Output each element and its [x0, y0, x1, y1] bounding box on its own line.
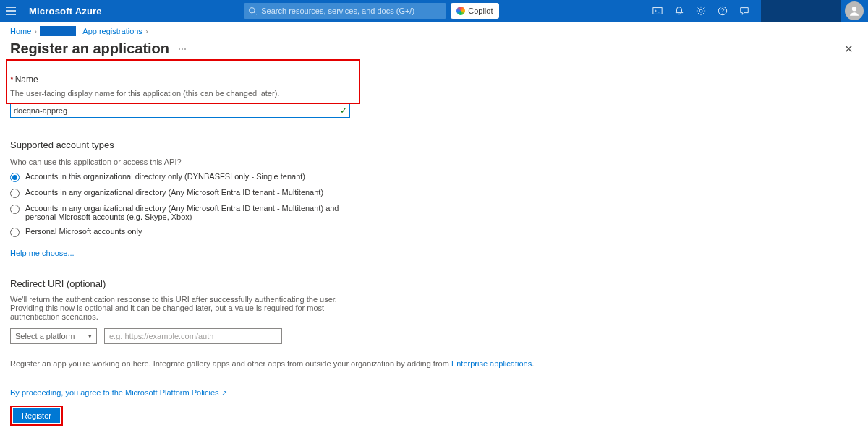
help-me-choose-link[interactable]: Help me choose...	[10, 249, 75, 257]
account-type-option-3[interactable]: Accounts in any organizational directory…	[10, 204, 858, 221]
policy-link[interactable]: By proceeding, you agree to the Microsof…	[10, 388, 858, 397]
account-types-subheading: Who can use this application or access t…	[10, 158, 858, 166]
radio-label: Personal Microsoft accounts only	[25, 227, 142, 236]
radio-icon[interactable]	[10, 189, 20, 198]
copilot-button[interactable]: Copilot	[451, 3, 498, 19]
account-type-option-2[interactable]: Accounts in any organizational directory…	[10, 188, 858, 198]
footer-text: Register an app you're working on here. …	[10, 359, 858, 368]
settings-icon[interactable]	[690, 0, 712, 22]
svg-point-5	[852, 7, 856, 11]
name-input-wrap: ✓	[10, 103, 350, 118]
search-icon	[248, 7, 257, 15]
account-types-heading: Supported account types	[10, 140, 858, 150]
copilot-label: Copilot	[468, 7, 493, 15]
name-input[interactable]	[10, 103, 350, 118]
platform-placeholder: Select a platform	[15, 332, 75, 340]
close-icon[interactable]: ✕	[844, 43, 854, 56]
chevron-right-icon: ›	[34, 27, 37, 35]
feedback-icon[interactable]	[733, 0, 755, 22]
page-title: Register an application	[10, 40, 169, 57]
svg-point-0	[250, 8, 255, 14]
more-actions-button[interactable]: ⋯	[178, 44, 188, 54]
breadcrumb-redacted	[40, 26, 76, 36]
copilot-icon	[456, 7, 465, 15]
svg-line-1	[255, 12, 257, 14]
chevron-right-icon: ›	[145, 27, 148, 35]
page-header: Register an application ⋯ ✕	[0, 40, 868, 63]
account-type-option-4[interactable]: Personal Microsoft accounts only	[10, 227, 858, 237]
brand-label: Microsoft Azure	[29, 6, 102, 17]
svg-rect-2	[653, 8, 662, 14]
search-container: Copilot	[244, 3, 498, 19]
user-avatar[interactable]	[845, 1, 864, 20]
register-button[interactable]: Register	[13, 408, 60, 423]
search-box[interactable]	[244, 3, 446, 19]
redirect-heading: Redirect URI (optional)	[10, 278, 858, 289]
svg-point-3	[699, 9, 702, 12]
search-input[interactable]	[261, 7, 442, 15]
notifications-icon[interactable]	[668, 0, 690, 22]
redirect-row: Select a platform ▾	[10, 328, 858, 344]
footer: Register an app you're working on here. …	[10, 359, 858, 426]
content: *Name The user-facing display name for t…	[0, 63, 868, 351]
name-label: *Name	[10, 74, 858, 85]
radio-label: Accounts in this organizational director…	[25, 172, 305, 181]
help-icon[interactable]	[712, 0, 733, 22]
account-type-option-1[interactable]: Accounts in this organizational director…	[10, 172, 858, 182]
radio-label: Accounts in any organizational directory…	[25, 188, 323, 197]
breadcrumb: Home › | App registrations ›	[0, 22, 868, 40]
enterprise-apps-link[interactable]: Enterprise applications	[451, 359, 532, 368]
radio-icon[interactable]	[10, 228, 20, 237]
external-link-icon: ↗	[221, 389, 227, 397]
name-help-text: The user-facing display name for this ap…	[10, 89, 858, 98]
radio-label: Accounts in any organizational directory…	[25, 204, 358, 221]
redirect-uri-input[interactable]	[104, 328, 282, 344]
top-bar: Microsoft Azure Copilot	[0, 0, 868, 22]
check-icon: ✓	[340, 106, 347, 116]
tenant-redacted	[761, 0, 841, 22]
breadcrumb-app-registrations[interactable]: | App registrations	[79, 27, 142, 35]
hamburger-menu[interactable]	[0, 7, 22, 15]
radio-icon[interactable]	[10, 205, 20, 214]
cloud-shell-icon[interactable]	[647, 0, 668, 22]
top-icons	[647, 0, 868, 22]
redirect-description: We'll return the authentication response…	[10, 295, 350, 321]
platform-dropdown[interactable]: Select a platform ▾	[10, 328, 97, 344]
highlight-frame-register: Register	[10, 406, 63, 426]
chevron-down-icon: ▾	[88, 333, 92, 340]
breadcrumb-home[interactable]: Home	[10, 27, 31, 35]
radio-icon[interactable]	[10, 173, 20, 182]
